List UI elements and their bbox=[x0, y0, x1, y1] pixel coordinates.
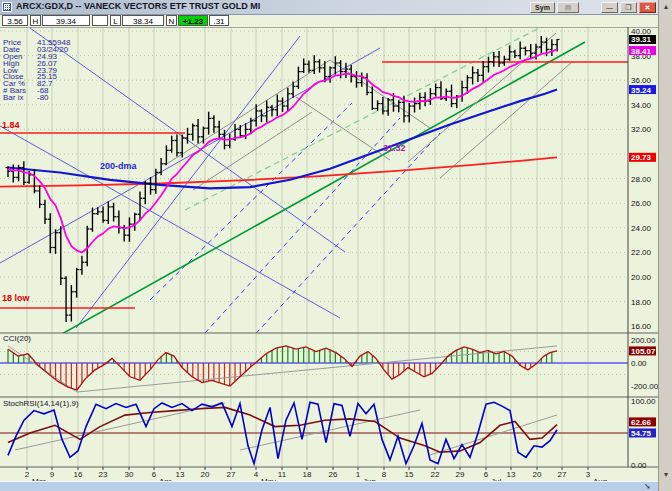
axis-tick-label: 32.00 bbox=[631, 125, 652, 134]
axis-value-badge: 54.75 bbox=[631, 429, 652, 438]
date-tick-label: 15 bbox=[405, 470, 414, 479]
quote-low-label: L bbox=[110, 15, 121, 26]
axis-tick-label: 0.00 bbox=[631, 359, 647, 368]
axis-value-badge: 62.66 bbox=[631, 418, 652, 427]
chart-annotation-label: 1.84 bbox=[2, 120, 20, 130]
quote-high-field[interactable]: 39.34 bbox=[42, 15, 90, 26]
quote-pct-field: .31 bbox=[209, 15, 229, 26]
date-tick-label: 13 bbox=[507, 470, 516, 479]
date-tick-label: 29 bbox=[456, 470, 465, 479]
date-tick-label: 9 bbox=[50, 470, 55, 479]
maximize-button[interactable]: ❒ bbox=[620, 2, 637, 13]
vertical-scrollbar[interactable]: ▲ ▼ bbox=[658, 0, 672, 491]
title-bar[interactable]: ARCX:GDX,D -- VANECK VECTORS ETF TRUST G… bbox=[0, 0, 658, 15]
date-tick-label: 27 bbox=[227, 470, 236, 479]
chart-annotation-label: 200-dma bbox=[100, 161, 138, 171]
stochrsi-label: StochRSI(14,14(1),9) bbox=[3, 399, 79, 408]
scroll-down-icon[interactable]: ▼ bbox=[661, 470, 671, 480]
date-tick-label: 13 bbox=[176, 470, 185, 479]
quote-low-field[interactable]: 38.34 bbox=[122, 15, 164, 26]
date-tick-label: 1 bbox=[356, 470, 361, 479]
axis-tick-label: 100.00 bbox=[631, 397, 656, 406]
data-window-tooltip: Price41.55948Date03/24/20Open24.93High26… bbox=[3, 40, 115, 102]
chart-annotation-label: 18 low bbox=[2, 293, 31, 303]
window-title: ARCX:GDX,D -- VANECK VECTORS ETF TRUST G… bbox=[16, 1, 260, 11]
axis-value-badge: 35.24 bbox=[631, 86, 652, 95]
axis-value-badge: 39.31 bbox=[631, 35, 652, 44]
date-tick-label: 6 bbox=[484, 470, 489, 479]
axis-tick-label: 22.00 bbox=[631, 248, 652, 257]
date-tick-label: 3 bbox=[586, 470, 591, 479]
date-tick-label: 20 bbox=[533, 470, 542, 479]
date-tick-label: 30 bbox=[125, 470, 134, 479]
scroll-up-icon[interactable]: ▲ bbox=[661, 2, 671, 12]
axis-value-badge: 105.07 bbox=[631, 347, 656, 356]
axis-tick-label: 28.00 bbox=[631, 175, 652, 184]
quote-blank-field[interactable] bbox=[92, 15, 108, 26]
resize-handle-icon[interactable]: ➘ bbox=[644, 482, 651, 491]
quote-net-change-badge: +1.23 bbox=[178, 15, 208, 26]
minimize-button[interactable]: — bbox=[601, 2, 618, 13]
axis-tick-label: 18.00 bbox=[631, 298, 652, 307]
axis-tick-label: -200.00 bbox=[631, 382, 658, 391]
axis-tick-label: 20.00 bbox=[631, 273, 652, 282]
app-icon bbox=[2, 2, 12, 12]
date-tick-label: 23 bbox=[99, 470, 108, 479]
cci-label: CCI(20) bbox=[3, 334, 31, 343]
date-tick-label: 22 bbox=[431, 470, 440, 479]
date-tick-label: 16 bbox=[74, 470, 83, 479]
axis-value-badge: 38.41 bbox=[631, 47, 652, 56]
date-tick-label: 8 bbox=[382, 470, 387, 479]
date-tick-label: 2 bbox=[25, 470, 30, 479]
axis-value-badge: 29.73 bbox=[631, 153, 652, 162]
quote-net-label: N bbox=[166, 15, 177, 26]
axis-tick-label: 26.00 bbox=[631, 199, 652, 208]
date-tick-label: 6 bbox=[152, 470, 157, 479]
chart-window: ARCX:GDX,D -- VANECK VECTORS ETF TRUST G… bbox=[0, 0, 672, 491]
close-button[interactable]: ✕ bbox=[639, 2, 656, 13]
date-tick-label: 11 bbox=[278, 470, 287, 479]
quote-last-field[interactable]: 3.56 bbox=[2, 15, 28, 26]
data-window-row: High26.07 bbox=[3, 61, 115, 68]
sym-button[interactable]: Sym bbox=[530, 2, 555, 13]
chart-tool-button[interactable]: ▤ bbox=[557, 2, 579, 13]
data-window-row: Bar ix-80 bbox=[3, 95, 115, 102]
date-tick-label: 20 bbox=[201, 470, 210, 479]
axis-tick-label: 200.00 bbox=[631, 336, 656, 345]
quote-high-label: H bbox=[30, 15, 41, 26]
axis-tick-label: 0.00 bbox=[631, 461, 647, 470]
bottom-status-strip: ➘ bbox=[0, 481, 658, 491]
date-tick-label: 18 bbox=[303, 470, 312, 479]
data-window-row: Open24.93 bbox=[3, 54, 115, 61]
axis-tick-label: 34.00 bbox=[631, 101, 652, 110]
chart-annotation-label: 31.32 bbox=[383, 143, 406, 153]
date-tick-label: 27 bbox=[558, 470, 567, 479]
axis-tick-label: 36.00 bbox=[631, 76, 652, 85]
date-tick-label: 4 bbox=[254, 470, 259, 479]
axis-tick-label: 16.00 bbox=[631, 322, 652, 331]
date-tick-label: 26 bbox=[329, 470, 338, 479]
axis-tick-label: 24.00 bbox=[631, 224, 652, 233]
